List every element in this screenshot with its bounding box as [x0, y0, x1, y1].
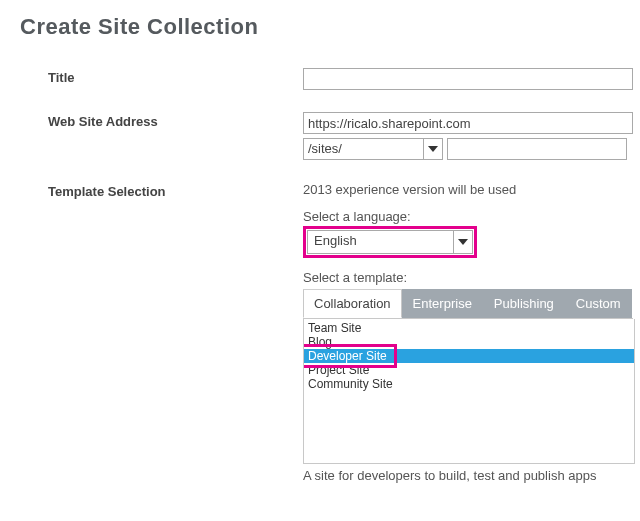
tab-custom[interactable]: Custom: [565, 289, 632, 318]
language-highlight: English: [303, 226, 477, 258]
template-tabs: Collaboration Enterprise Publishing Cust…: [303, 289, 633, 319]
experience-note: 2013 experience version will be used: [303, 182, 640, 197]
page-title: Create Site Collection: [20, 14, 640, 40]
address-path-select[interactable]: /sites/: [303, 138, 443, 160]
address-path-value: /sites/: [308, 141, 342, 156]
address-label: Web Site Address: [48, 112, 303, 129]
list-item[interactable]: Team Site: [304, 321, 634, 335]
title-input[interactable]: [303, 68, 633, 90]
chevron-down-icon: [453, 231, 472, 253]
template-picker-label: Select a template:: [303, 270, 640, 285]
address-name-input[interactable]: [447, 138, 627, 160]
template-description: A site for developers to build, test and…: [303, 468, 640, 483]
list-item[interactable]: Project Site: [304, 363, 634, 377]
tab-enterprise[interactable]: Enterprise: [402, 289, 483, 318]
tab-collaboration[interactable]: Collaboration: [303, 289, 402, 318]
template-list[interactable]: Team Site Blog Developer Site Project Si…: [303, 319, 635, 464]
list-item[interactable]: Blog: [304, 335, 634, 349]
language-label: Select a language:: [303, 209, 640, 224]
list-item-selected[interactable]: Developer Site: [304, 349, 634, 363]
tab-publishing[interactable]: Publishing: [483, 289, 565, 318]
list-item[interactable]: Community Site: [304, 377, 634, 391]
language-select[interactable]: English: [307, 230, 473, 254]
title-label: Title: [48, 68, 303, 85]
language-value: English: [314, 233, 357, 248]
template-label: Template Selection: [48, 182, 303, 199]
chevron-down-icon: [423, 139, 442, 159]
address-host-input[interactable]: [303, 112, 633, 134]
